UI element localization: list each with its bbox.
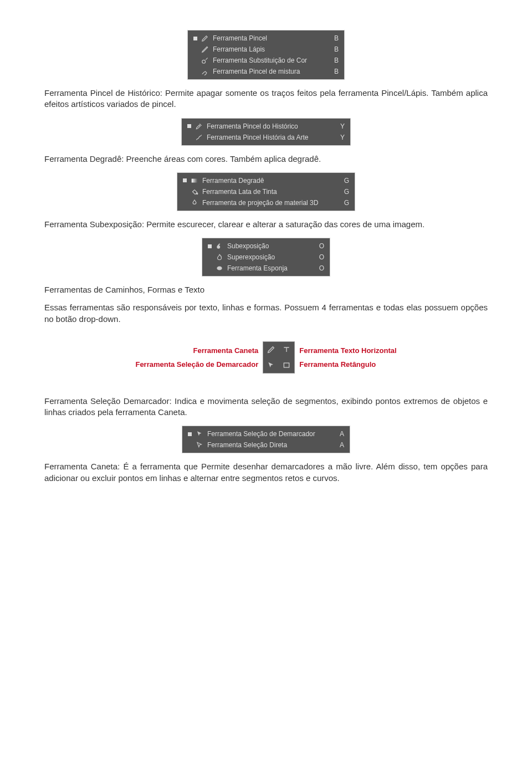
menu-item-label: Ferramenta Lata de Tinta [202,188,277,196]
menu-item[interactable]: Ferramenta Pincel de mistura B [191,66,341,77]
dodge-icon [215,242,224,250]
rectangle-tool-icon[interactable] [279,357,294,373]
menu-item-label: Ferramenta Seleção de Demarcador [207,430,315,438]
shortcut: B [334,57,339,64]
bullet-icon [183,190,187,193]
menu-item[interactable]: Ferramenta Lápis B [191,44,341,55]
menu-item[interactable]: Ferramenta Degradê G [181,175,351,186]
bullet-icon [188,432,192,436]
menu-item-label: Ferramenta Esponja [227,264,288,272]
menu-item-label: Subexposição [227,242,269,250]
bullet-icon [183,178,187,182]
menu-item-label: Ferramenta Pincel História da Arte [207,134,308,141]
paragraph: Ferramenta Caneta: É a ferramenta que Pe… [44,461,488,484]
menu-item[interactable]: Ferramenta Substituição de Cor B [191,55,341,66]
bullet-icon [188,443,192,447]
menu-item[interactable]: Ferramenta Pincel História da Arte Y [185,132,347,143]
menu-item[interactable]: Subexposição O [206,241,326,252]
shortcut: A [340,430,344,438]
label-selecao-demarcador: Ferramenta Seleção de Demarcador [135,360,258,369]
tool-menu-subexposicao: Subexposição O Superexposição O Ferramen… [202,238,330,277]
menu-item-label: Ferramenta Pincel [213,34,267,42]
bullet-icon [193,37,197,40]
shortcut: B [334,34,339,42]
menu-item[interactable]: Ferramenta Lata de Tinta G [181,186,351,197]
path-selection-icon [195,429,204,438]
menu-item-label: Ferramenta de projeção de material 3D [202,199,318,207]
menu-item[interactable]: Ferramenta Pincel B [191,33,341,44]
pencil-icon [201,45,209,54]
paragraph: Ferramenta Degradê: Preenche áreas com c… [44,154,488,165]
menu-item-label: Ferramenta Seleção Direta [207,441,287,449]
menu-item[interactable]: Ferramenta Pincel do Histórico Y [185,121,347,132]
tool-palette [263,341,295,374]
label-texto-horizontal: Ferramenta Texto Horizontal [299,346,396,355]
svg-point-0 [202,60,206,63]
path-selection-icon[interactable] [263,357,279,373]
pen-tool-icon[interactable] [263,342,279,357]
shortcut: B [334,45,339,53]
color-replace-icon [201,56,209,65]
art-history-brush-icon [195,133,203,142]
menu-item-label: Ferramenta Lápis [213,45,265,53]
menu-item-label: Ferramenta Pincel do Histórico [207,122,298,130]
history-brush-icon [195,122,203,131]
menu-item-label: Ferramenta Substituição de Cor [213,57,307,64]
shortcut: Y [340,122,345,130]
shortcut: Y [340,134,345,141]
gradient-icon [190,176,199,185]
paragraph: Ferramenta Pincel de Histórico: Permite … [44,88,488,110]
menu-item[interactable]: Ferramenta de projeção de material 3D G [181,197,351,208]
bullet-icon [187,124,191,128]
bullet-icon [183,201,187,204]
shortcut: O [319,242,324,250]
mixer-brush-icon [201,67,209,76]
tool-menu-demarcador: Ferramenta Seleção de Demarcador A Ferra… [182,426,350,453]
label-retangulo: Ferramenta Retângulo [299,360,376,369]
bullet-icon [187,135,191,139]
bullet-icon [208,244,212,248]
bullet-icon [193,59,197,63]
material-drop-icon [190,198,199,207]
bullet-icon [208,267,212,270]
svg-point-2 [197,193,198,194]
shortcut: O [319,253,324,261]
burn-icon [215,253,224,262]
tool-menu-degrade: Ferramenta Degradê G Ferramenta Lata de … [177,172,355,211]
bullet-icon [208,255,212,259]
svg-point-5 [217,267,222,270]
type-tool-icon[interactable] [279,342,294,357]
paragraph: Ferramentas de Caminhos, Formas e Texto [44,284,488,295]
svg-point-3 [217,245,220,249]
svg-rect-1 [192,178,198,182]
shortcut: G [344,199,349,207]
paragraph: Ferramenta Subexposição: Permite escurec… [44,219,488,230]
shortcut: B [334,68,339,75]
tool-menu-pincel: Ferramenta Pincel B Ferramenta Lápis B F… [187,30,345,80]
shortcut: G [344,177,349,185]
label-caneta: Ferramenta Caneta [193,346,258,355]
menu-item-label: Ferramenta Degradê [202,177,264,185]
paragraph: Ferramenta Seleção Demarcador: Indica e … [44,396,488,418]
tool-grid: Ferramenta Caneta Ferramenta Seleção de … [44,341,488,374]
shortcut: G [344,188,349,196]
menu-item[interactable]: Ferramenta Esponja O [206,263,326,274]
bullet-icon [193,48,197,52]
shortcut: O [319,264,324,272]
menu-item[interactable]: Ferramenta Seleção de Demarcador A [186,428,346,439]
tool-menu-historico: Ferramenta Pincel do Histórico Y Ferrame… [181,118,351,146]
paint-bucket-icon [190,187,199,196]
svg-rect-6 [284,363,289,367]
menu-item-label: Ferramenta Pincel de mistura [213,68,300,75]
menu-item[interactable]: Superexposição O [206,252,326,263]
menu-item-label: Superexposição [227,253,275,261]
menu-item[interactable]: Ferramenta Seleção Direta A [186,439,346,451]
paragraph: Essas ferramentas são responsáveis por t… [44,302,488,325]
direct-selection-icon [195,441,204,449]
bullet-icon [193,70,197,74]
shortcut: A [340,441,344,449]
sponge-icon [215,264,224,273]
brush-icon [201,34,209,43]
